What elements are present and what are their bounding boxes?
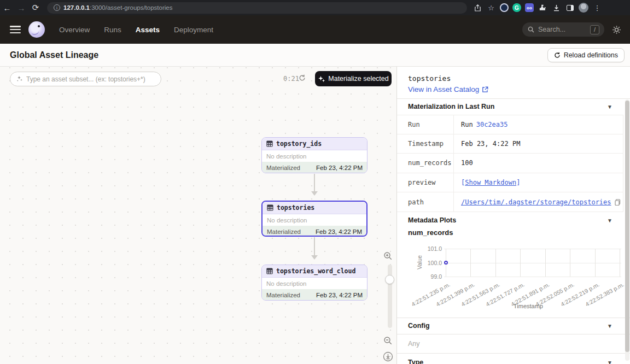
app-navbar: Overview Runs Assets Deployment / [0, 15, 630, 44]
table-row-num-records: num_records 100 [397, 154, 623, 173]
divider [397, 353, 630, 354]
dagster-logo[interactable] [28, 21, 45, 38]
url-host: 127.0.0.1 [63, 4, 90, 11]
fit-view-icon[interactable] [383, 351, 393, 362]
chevron-down-icon[interactable]: ▼ [607, 104, 612, 110]
row-label: Run [397, 115, 454, 134]
chart-plot-area [444, 249, 621, 277]
section-title: Materialization in Last Run [408, 103, 494, 110]
run-id-link[interactable]: 30c2ea35 [476, 121, 508, 128]
browser-reload-icon[interactable]: ⟳ [28, 3, 43, 13]
browser-back-icon[interactable]: ← [0, 3, 14, 13]
section-metadata-plots[interactable]: Metadata Plots ▼ [397, 212, 630, 228]
materialize-selected-label: Materialize selected [328, 75, 388, 83]
x-gridline [620, 249, 620, 277]
chevron-down-icon[interactable]: ▼ [607, 323, 612, 329]
browser-profile-avatar[interactable] [579, 3, 588, 13]
side-panel-icon[interactable] [565, 3, 575, 13]
view-in-asset-catalog-link[interactable]: View in Asset Catalog [408, 85, 488, 93]
table-icon [266, 268, 273, 274]
hamburger-menu-icon[interactable] [10, 26, 21, 33]
sidebar-asset-name: topstories [408, 74, 451, 83]
table-row-run: Run Run30c2ea35 [397, 115, 623, 134]
asset-node-topstory-ids[interactable]: topstory_ids No description Materialized… [261, 137, 368, 173]
table-row-preview: preview [Show Markdown] [397, 173, 623, 193]
y-tick-label: 101.0 [420, 245, 442, 252]
copy-icon[interactable] [615, 199, 621, 206]
chevron-down-icon[interactable]: ▼ [607, 360, 612, 364]
metadata-table: Run Run30c2ea35 Timestamp Feb 23, 4:22 P… [397, 115, 623, 212]
section-materialization-last-run[interactable]: Materialization in Last Run ▼ [397, 98, 630, 115]
lineage-graph-canvas[interactable]: 0:21 Materialize selected topstory_ids N… [0, 67, 397, 364]
x-gridline [520, 249, 521, 277]
chevron-down-icon[interactable]: ▼ [607, 218, 612, 224]
graph-refresh-icon[interactable] [299, 74, 306, 81]
browser-forward-icon[interactable]: → [14, 3, 28, 13]
asset-node-timestamp: Feb 23, 4:22 PM [316, 165, 363, 171]
nav-item-deployment[interactable]: Deployment [174, 26, 213, 34]
x-gridline [495, 249, 496, 277]
zoom-in-icon[interactable] [383, 251, 393, 261]
extension-goggles-icon[interactable]: oo [525, 3, 534, 12]
page-header: Global Asset Lineage Reload definitions [0, 44, 630, 67]
sidebar-scrollbar-thumb[interactable] [625, 101, 629, 352]
bookmark-star-icon[interactable]: ☆ [486, 3, 496, 13]
y-tick-label: 99.0 [420, 273, 442, 280]
downloads-icon[interactable] [551, 3, 561, 13]
address-bar[interactable]: i 127.0.0.1:3000/asset-groups/topstories [47, 2, 467, 14]
y-gridline [444, 277, 621, 277]
chart-xlabel: Timestamp [485, 303, 572, 309]
section-type[interactable]: Type ▼ [397, 354, 630, 364]
asset-node-name: topstory_ids [276, 140, 322, 148]
zoom-slider-handle[interactable] [385, 275, 394, 284]
asset-node-name: topstories [277, 204, 314, 212]
data-point[interactable] [444, 261, 448, 265]
url-text[interactable]: 127.0.0.1:3000/asset-groups/topstories [63, 4, 172, 11]
lineage-edge [314, 174, 315, 191]
row-label: path [397, 192, 454, 212]
asset-node-footer: Materialized Feb 23, 4:22 PM [262, 226, 366, 237]
row-label: preview [397, 173, 454, 192]
zoom-out-icon[interactable] [383, 336, 393, 345]
main-content: 0:21 Materialize selected topstory_ids N… [0, 67, 630, 364]
asset-node-topstories-word-cloud[interactable]: topstories_word_cloud No description Mat… [261, 265, 368, 301]
screen: ← → ⟳ i 127.0.0.1:3000/asset-groups/tops… [0, 0, 630, 364]
section-config[interactable]: Config ▼ [397, 318, 630, 334]
asset-node-footer: Materialized Feb 23, 4:22 PM [262, 162, 367, 173]
table-row-timestamp: Timestamp Feb 23, 4:22 PM [397, 134, 623, 154]
section-title: Metadata Plots [408, 216, 456, 224]
nav-item-overview[interactable]: Overview [59, 26, 90, 34]
asset-node-header: topstories_word_cloud [262, 265, 367, 278]
search-input[interactable] [538, 26, 586, 33]
asset-subset-filter[interactable] [10, 72, 161, 86]
reload-definitions-label: Reload definitions [564, 51, 618, 59]
reload-definitions-button[interactable]: Reload definitions [547, 48, 625, 62]
show-markdown-link[interactable]: Show Markdown [465, 179, 516, 186]
nav-item-assets[interactable]: Assets [136, 26, 160, 34]
settings-gear-icon[interactable] [612, 25, 621, 34]
extensions-puzzle-icon[interactable] [538, 3, 547, 13]
external-link-icon [482, 86, 488, 93]
site-info-icon[interactable]: i [54, 4, 60, 11]
materialize-selected-button[interactable]: Materialize selected [315, 71, 392, 86]
section-title: Type [408, 359, 423, 364]
asset-node-header: topstories [262, 202, 366, 214]
asset-node-topstories[interactable]: topstories No description Materialized F… [261, 201, 368, 237]
asset-subset-input[interactable] [26, 75, 152, 83]
table-row-path: path /Users/tim/.dagster/storage/topstor… [397, 192, 623, 212]
extension-1password-icon[interactable] [500, 3, 509, 12]
asset-node-status: Materialized [267, 228, 301, 235]
zoom-slider-track[interactable] [388, 265, 392, 328]
asset-node-description: No description [262, 150, 367, 162]
asset-node-timestamp: Feb 23, 4:22 PM [316, 228, 362, 235]
extension-grammarly-icon[interactable]: G [512, 3, 521, 12]
nav-item-runs[interactable]: Runs [104, 26, 121, 34]
share-icon[interactable] [472, 3, 482, 13]
path-link[interactable]: /Users/tim/.dagster/storage/topstories [461, 198, 611, 206]
search-shortcut-badge: / [590, 25, 599, 34]
browser-menu-icon[interactable]: ⋮ [592, 3, 602, 13]
url-path: :3000/asset-groups/topstories [90, 4, 173, 11]
row-label: num_records [397, 154, 454, 173]
x-gridline [545, 249, 546, 277]
global-search[interactable]: / [522, 22, 604, 37]
